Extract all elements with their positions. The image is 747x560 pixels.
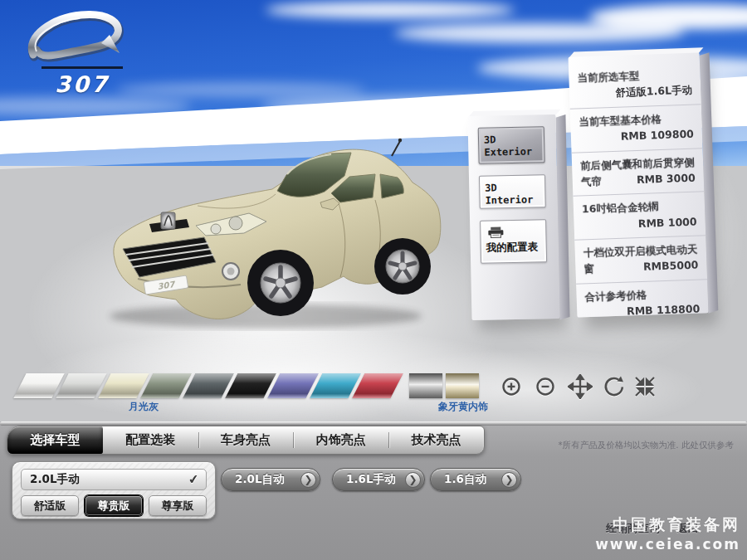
viewer-mode-panel: 3D Exterior 3D Interior 我的配置表 (467, 114, 559, 320)
selected-color-label: 月光灰 (117, 400, 170, 414)
trim-deluxe-button[interactable]: 尊享版 (149, 495, 207, 516)
zoom-in-icon[interactable] (498, 374, 525, 401)
variant-16-auto-button[interactable]: 1.6自动 ❯ (430, 468, 521, 491)
chevron-right-icon: ❯ (501, 472, 517, 488)
chevron-right-icon: ❯ (405, 472, 421, 488)
back-link[interactable]: 返回 (677, 522, 699, 534)
pan-icon[interactable] (567, 374, 593, 401)
tab-body-highlights[interactable]: 车身亮点 (198, 426, 294, 454)
interior-swatch-grey[interactable] (409, 373, 442, 398)
rear-wheel (374, 238, 431, 295)
price-row: 16吋铝合金轮辋 RMB 1000 (573, 191, 706, 239)
price-row: 前后侧气囊和前后贯穿侧气帘 RMB 3000 (572, 148, 705, 196)
tab-bar: 选择车型 配置选装 车身亮点 内饰亮点 技术亮点 (7, 426, 485, 455)
my-config-label: 我的配置表 (486, 240, 539, 253)
printer-icon (487, 226, 504, 238)
my-config-button[interactable]: 我的配置表 (480, 219, 547, 264)
swoosh-icon (17, 5, 141, 71)
engine-dropdown[interactable]: 2.0L手动 ✔ (21, 469, 207, 490)
pricing-panel: 当前所选车型 舒适版1.6L手动 当前车型基本价格 RMB 109800 前后侧… (569, 52, 709, 317)
logo-underline (42, 66, 123, 69)
rotate-icon[interactable] (600, 374, 627, 401)
price-row: 当前车型基本价格 RMB 109800 (570, 104, 703, 152)
bottom-panel: 选择车型 配置选装 车身亮点 内饰亮点 技术亮点 *所有产品及价格均以实物为准.… (0, 421, 747, 560)
brand-logo: 307 (17, 5, 141, 96)
dealer-search-link[interactable]: 经销商查询 (606, 522, 660, 534)
panel-front-face: 当前所选车型 舒适版1.6L手动 当前车型基本价格 RMB 109800 前后侧… (569, 52, 709, 317)
color-swatch-red[interactable] (352, 373, 403, 398)
price-row: 合计参考价格 RMB 118800 (576, 279, 709, 327)
model-name: 307 (45, 71, 120, 97)
engine-dropdown-value: 2.0L手动 (30, 472, 188, 487)
3d-interior-button[interactable]: 3D Interior (479, 174, 546, 209)
variant-20l-auto-button[interactable]: 2.0L自动 ❯ (221, 468, 320, 491)
footer-links: 经销商查询 返回 (606, 521, 712, 536)
car-configurator-screen: 307 (0, 0, 747, 560)
collapse-icon[interactable] (632, 374, 658, 401)
trim-comfort-button[interactable]: 舒适版 (21, 495, 79, 516)
watermark-url: www.ceiea.com (516, 536, 740, 553)
panel-front-face: 3D Exterior 3D Interior 我的配置表 (467, 114, 559, 320)
zoom-out-icon[interactable] (532, 374, 559, 401)
tab-options[interactable]: 配置选装 (103, 426, 198, 454)
chevron-right-icon: ❯ (300, 472, 316, 488)
tab-select-model[interactable]: 选择车型 (7, 426, 103, 454)
engine-trim-panel: 2.0L手动 ✔ 舒适版 尊贵版 尊享版 (12, 461, 216, 519)
price-row: 当前所选车型 舒适版1.6L手动 (569, 61, 701, 108)
disclaimer-text: *所有产品及价格均以实物为准. 此处仅供参考 (559, 440, 734, 451)
interior-swatch-ivory[interactable] (446, 373, 479, 398)
trim-buttons: 舒适版 尊贵版 尊享版 (21, 495, 207, 516)
selected-interior-label: 象牙黄内饰 (422, 400, 505, 414)
tab-interior-highlights[interactable]: 内饰亮点 (293, 426, 388, 454)
tab-tech-highlights[interactable]: 技术亮点 (388, 426, 484, 454)
car-image: 307 (73, 124, 447, 348)
check-icon: ✔ (188, 471, 200, 488)
front-wheel (247, 250, 314, 316)
trim-premium-button[interactable]: 尊贵版 (85, 495, 143, 516)
variant-16l-manual-button[interactable]: 1.6L手动 ❯ (332, 468, 425, 491)
3d-exterior-button[interactable]: 3D Exterior (478, 126, 545, 164)
price-row: 十档位双开启模式电动天窗 RMB5000 (574, 235, 707, 283)
